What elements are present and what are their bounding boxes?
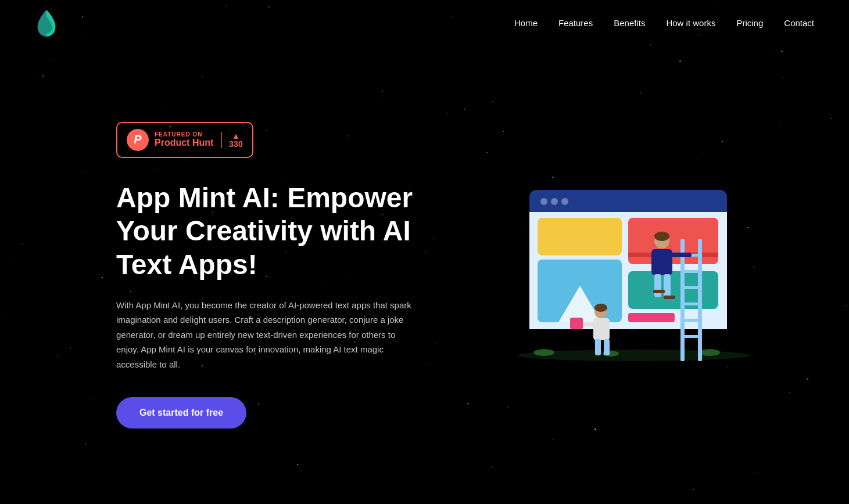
svg-rect-38 — [570, 318, 583, 329]
nav-link-home[interactable]: Home — [514, 18, 538, 28]
svg-rect-22 — [680, 319, 702, 322]
ph-number: 330 — [229, 140, 242, 148]
nav-item-how-it-works[interactable]: How it works — [666, 18, 715, 28]
svg-rect-35 — [582, 322, 594, 326]
svg-rect-37 — [604, 339, 610, 355]
product-hunt-badge[interactable]: P FEATURED ON Product Hunt ▲ 330 — [116, 122, 253, 158]
ph-featured-label: FEATURED ON — [155, 131, 213, 138]
svg-rect-10 — [628, 271, 718, 309]
logo[interactable] — [35, 9, 58, 38]
svg-rect-16 — [680, 239, 685, 361]
svg-rect-23 — [680, 335, 702, 338]
nav-item-benefits[interactable]: Benefits — [614, 18, 645, 28]
hero-description: With App Mint AI, you become the creator… — [116, 298, 413, 372]
navigation: Home Features Benefits How it works Pric… — [0, 0, 849, 46]
nav-item-home[interactable]: Home — [514, 18, 538, 28]
nav-link-pricing[interactable]: Pricing — [736, 18, 763, 28]
nav-link-benefits[interactable]: Benefits — [614, 18, 645, 28]
hero-section: P FEATURED ON Product Hunt ▲ 330 App Min… — [0, 46, 849, 504]
logo-icon — [35, 9, 58, 38]
svg-rect-31 — [653, 290, 665, 293]
nav-link-features[interactable]: Features — [558, 18, 593, 28]
svg-rect-34 — [593, 318, 610, 340]
svg-point-1 — [540, 198, 547, 205]
ph-product-name: Product Hunt — [155, 138, 213, 148]
svg-rect-28 — [654, 274, 661, 297]
ph-vote-count: ▲ 330 — [221, 132, 242, 148]
hero-illustration — [512, 184, 756, 366]
svg-point-13 — [533, 349, 554, 356]
svg-rect-5 — [538, 218, 622, 255]
svg-point-25 — [654, 232, 669, 241]
app-illustration-svg — [512, 184, 756, 364]
ph-logo: P — [127, 129, 149, 151]
svg-rect-29 — [664, 274, 671, 297]
svg-point-33 — [594, 304, 607, 312]
svg-rect-36 — [595, 339, 601, 355]
svg-point-3 — [561, 198, 568, 205]
svg-rect-19 — [680, 270, 702, 273]
svg-point-2 — [551, 198, 558, 205]
svg-rect-21 — [680, 303, 702, 305]
svg-rect-27 — [671, 253, 692, 257]
nav-link-how-it-works[interactable]: How it works — [666, 18, 715, 28]
nav-links-list: Home Features Benefits How it works Pric… — [514, 18, 814, 28]
nav-item-features[interactable]: Features — [558, 18, 593, 28]
hero-content-left: P FEATURED ON Product Hunt ▲ 330 App Min… — [116, 122, 418, 429]
nav-item-pricing[interactable]: Pricing — [736, 18, 763, 28]
svg-point-15 — [699, 349, 720, 356]
svg-rect-17 — [698, 239, 702, 361]
hero-title: App Mint AI: Empower Your Creativity wit… — [116, 181, 418, 282]
svg-rect-30 — [664, 296, 675, 299]
nav-item-contact[interactable]: Contact — [784, 18, 814, 28]
nav-link-contact[interactable]: Contact — [784, 18, 814, 28]
cta-button[interactable]: Get started for free — [116, 397, 246, 429]
ph-text-block: FEATURED ON Product Hunt — [155, 131, 213, 148]
svg-rect-26 — [651, 249, 672, 275]
svg-rect-20 — [680, 286, 702, 289]
ph-arrow-icon: ▲ — [232, 132, 240, 140]
svg-rect-11 — [628, 313, 675, 322]
